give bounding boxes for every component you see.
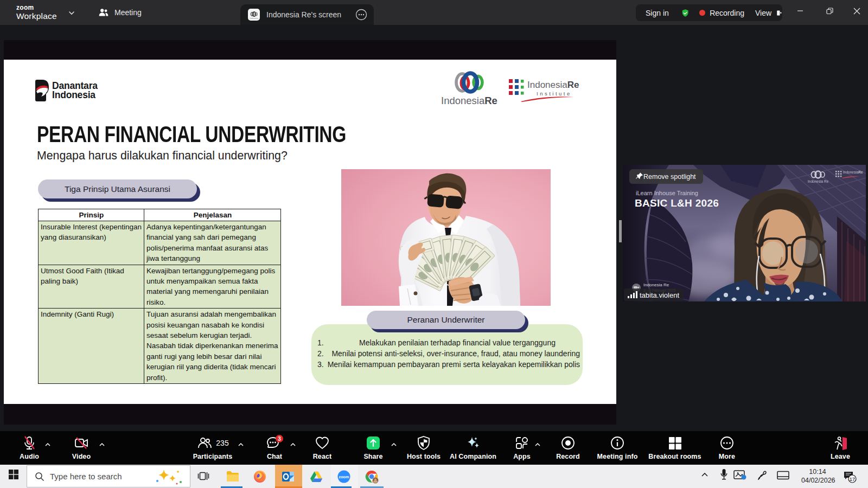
svg-text:IndonesiaRe: IndonesiaRe — [527, 80, 579, 90]
svg-text:Indonesia: Indonesia — [250, 17, 258, 20]
svg-text:IndonesiaRe: IndonesiaRe — [441, 95, 497, 106]
svg-text:3: 3 — [278, 436, 281, 442]
svg-text:Institute: Institute — [537, 91, 572, 97]
svg-text:tabita.violent: tabita.violent — [640, 291, 679, 299]
svg-text:Indonesia Re: Indonesia Re — [808, 179, 829, 183]
svg-text:Indonesia: Indonesia — [52, 89, 95, 100]
svg-text:iLearn Inhouse Training: iLearn Inhouse Training — [636, 190, 698, 196]
svg-text:zoom: zoom — [339, 474, 349, 479]
svg-text:Indonesia Re: Indonesia Re — [643, 282, 669, 287]
svg-text:BASIC L&H 2026: BASIC L&H 2026 — [635, 197, 719, 209]
svg-text:17: 17 — [850, 476, 856, 482]
svg-text:IndonesiaRe: IndonesiaRe — [843, 170, 863, 174]
svg-text:Remove spotlight: Remove spotlight — [643, 173, 696, 181]
